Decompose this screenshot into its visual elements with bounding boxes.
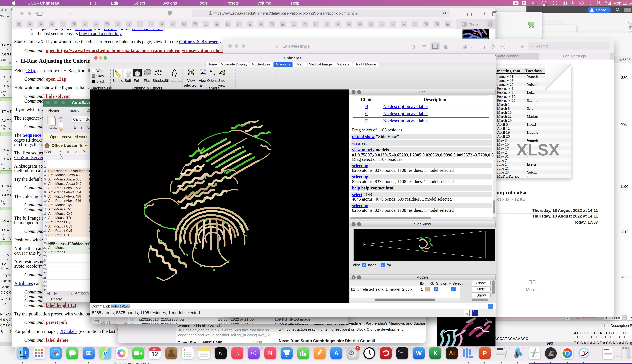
svg-text:y: y <box>210 70 211 71</box>
svg-text:x: x <box>214 75 216 76</box>
